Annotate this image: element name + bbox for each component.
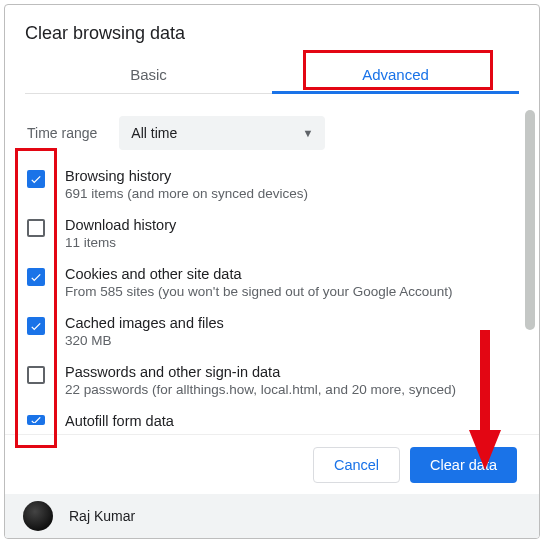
option-text: Cookies and other site data From 585 sit… xyxy=(65,266,453,299)
time-range-select[interactable]: All time ▼ xyxy=(119,116,325,150)
option-subtitle: 11 items xyxy=(65,235,176,250)
checkbox-download-history[interactable] xyxy=(27,219,45,237)
footer: Cancel Clear data xyxy=(5,434,539,494)
option-title: Download history xyxy=(65,217,176,233)
check-icon xyxy=(29,319,43,333)
clear-data-button[interactable]: Clear data xyxy=(410,447,517,483)
option-text: Download history 11 items xyxy=(65,217,176,250)
cancel-button[interactable]: Cancel xyxy=(313,447,400,483)
user-name: Raj Kumar xyxy=(69,508,135,524)
checkbox-passwords[interactable] xyxy=(27,366,45,384)
option-autofill: Autofill form data xyxy=(27,413,517,431)
user-bar: Raj Kumar xyxy=(5,494,539,538)
option-text: Autofill form data xyxy=(65,413,174,429)
option-cookies: Cookies and other site data From 585 sit… xyxy=(27,266,517,299)
scrollbar[interactable] xyxy=(525,110,535,330)
time-range-value: All time xyxy=(131,125,177,141)
check-icon xyxy=(29,415,43,425)
tab-advanced[interactable]: Advanced xyxy=(272,54,519,94)
dialog-body: Time range All time ▼ Browsing history 6… xyxy=(5,100,539,450)
option-text: Browsing history 691 items (and more on … xyxy=(65,168,308,201)
tabs: Basic Advanced xyxy=(25,54,519,94)
option-passwords: Passwords and other sign-in data 22 pass… xyxy=(27,364,517,397)
option-title: Passwords and other sign-in data xyxy=(65,364,456,380)
option-title: Autofill form data xyxy=(65,413,174,429)
checkbox-cached-images[interactable] xyxy=(27,317,45,335)
checkbox-autofill[interactable] xyxy=(27,415,45,425)
chevron-down-icon: ▼ xyxy=(302,127,313,139)
option-title: Cached images and files xyxy=(65,315,224,331)
option-subtitle: 22 passwords (for allthings.how, local.h… xyxy=(65,382,456,397)
options-list: Browsing history 691 items (and more on … xyxy=(27,168,517,431)
header: Clear browsing data Basic Advanced xyxy=(5,5,539,100)
option-subtitle: From 585 sites (you won't be signed out … xyxy=(65,284,453,299)
option-text: Cached images and files 320 MB xyxy=(65,315,224,348)
option-subtitle: 691 items (and more on synced devices) xyxy=(65,186,308,201)
option-download-history: Download history 11 items xyxy=(27,217,517,250)
checkbox-browsing-history[interactable] xyxy=(27,170,45,188)
checkbox-cookies[interactable] xyxy=(27,268,45,286)
time-range-label: Time range xyxy=(27,125,97,141)
option-title: Browsing history xyxy=(65,168,308,184)
avatar xyxy=(23,501,53,531)
option-text: Passwords and other sign-in data 22 pass… xyxy=(65,364,456,397)
clear-browsing-data-dialog: Clear browsing data Basic Advanced Time … xyxy=(4,4,540,539)
dialog-title: Clear browsing data xyxy=(25,23,519,44)
option-browsing-history: Browsing history 691 items (and more on … xyxy=(27,168,517,201)
check-icon xyxy=(29,270,43,284)
check-icon xyxy=(29,172,43,186)
time-range-row: Time range All time ▼ xyxy=(27,116,517,150)
option-subtitle: 320 MB xyxy=(65,333,224,348)
tab-basic[interactable]: Basic xyxy=(25,54,272,94)
option-title: Cookies and other site data xyxy=(65,266,453,282)
option-cached-images: Cached images and files 320 MB xyxy=(27,315,517,348)
